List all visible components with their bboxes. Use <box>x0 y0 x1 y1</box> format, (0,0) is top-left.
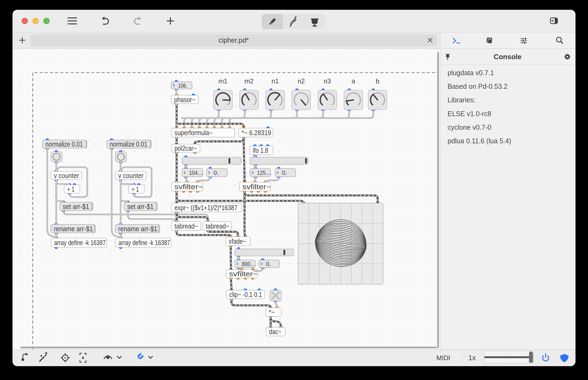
svg-text:MIDI: MIDI <box>436 354 450 362</box>
svg-text:v counter: v counter <box>54 172 79 180</box>
svg-text:array define -k 16387: array define -k 16387 <box>118 239 170 247</box>
svg-text:lfo 1.8: lfo 1.8 <box>253 146 268 154</box>
svg-text:rename arr-$1: rename arr-$1 <box>54 225 93 233</box>
svg-text:104....: 104.... <box>189 169 203 176</box>
svg-text:*~ 6.28319: *~ 6.28319 <box>242 129 271 137</box>
svg-text:v counter: v counter <box>118 172 143 180</box>
svg-text:n2: n2 <box>298 77 305 85</box>
svg-text:phasor~: phasor~ <box>174 96 195 104</box>
svg-text:*~: *~ <box>269 308 275 316</box>
svg-text:normalize 0.01: normalize 0.01 <box>110 140 147 148</box>
svg-text:pol2car~: pol2car~ <box>174 144 197 152</box>
svg-text:+ 1: + 1 <box>132 185 139 193</box>
svg-text:0.: 0. <box>266 261 271 267</box>
svg-text:n3: n3 <box>324 77 331 85</box>
svg-text:rename arr-$1: rename arr-$1 <box>118 225 157 233</box>
svg-text:xfade~: xfade~ <box>229 237 246 245</box>
svg-text:Libraries:: Libraries: <box>448 96 476 104</box>
svg-text:125....: 125.... <box>257 169 271 176</box>
svg-text:800...: 800... <box>242 261 255 267</box>
svg-text:b: b <box>376 77 379 85</box>
svg-text:set arr-$1: set arr-$1 <box>127 202 154 211</box>
svg-text:normalize 0.01: normalize 0.01 <box>45 140 83 148</box>
svg-text:tabread~: tabread~ <box>206 222 229 230</box>
svg-text:Based on Pd-0.53.2: Based on Pd-0.53.2 <box>448 83 508 90</box>
svg-text:array define -k 16387: array define -k 16387 <box>54 239 106 247</box>
svg-text:m2: m2 <box>245 77 254 85</box>
svg-text:m1: m1 <box>218 77 227 85</box>
svg-text:clip~ -0.1 0.1: clip~ -0.1 0.1 <box>229 290 262 299</box>
svg-text:ELSE v1.0-rc8: ELSE v1.0-rc8 <box>448 110 491 118</box>
svg-text:n1: n1 <box>271 77 279 85</box>
svg-text:superformula~: superformula~ <box>174 129 212 137</box>
svg-text:1x: 1x <box>468 354 476 362</box>
svg-text:pdlua 0.11.6 (lua 5.4): pdlua 0.11.6 (lua 5.4) <box>448 137 511 145</box>
svg-text:svfilter~: svfilter~ <box>242 183 271 191</box>
svg-text:0.: 0. <box>282 169 287 176</box>
svg-text:plugdata v0.7.1: plugdata v0.7.1 <box>448 69 494 77</box>
svg-text:tabread~: tabread~ <box>174 222 198 230</box>
svg-text:cipher.pd*: cipher.pd* <box>218 36 249 44</box>
svg-text:Console: Console <box>494 53 522 61</box>
svg-text:106.: 106. <box>178 82 187 89</box>
svg-text:cyclone v0.7-0: cyclone v0.7-0 <box>448 123 491 131</box>
svg-text:dac~: dac~ <box>269 328 282 336</box>
svg-text:0.: 0. <box>214 169 218 176</box>
svg-text:a: a <box>352 77 355 85</box>
svg-text:svfilter~: svfilter~ <box>174 183 203 191</box>
svg-text:+ 1: + 1 <box>67 185 74 193</box>
svg-text:expr~ (($v1+1)/2)*16387: expr~ (($v1+1)/2)*16387 <box>174 204 237 212</box>
svg-text:set arr-$1: set arr-$1 <box>63 202 89 211</box>
